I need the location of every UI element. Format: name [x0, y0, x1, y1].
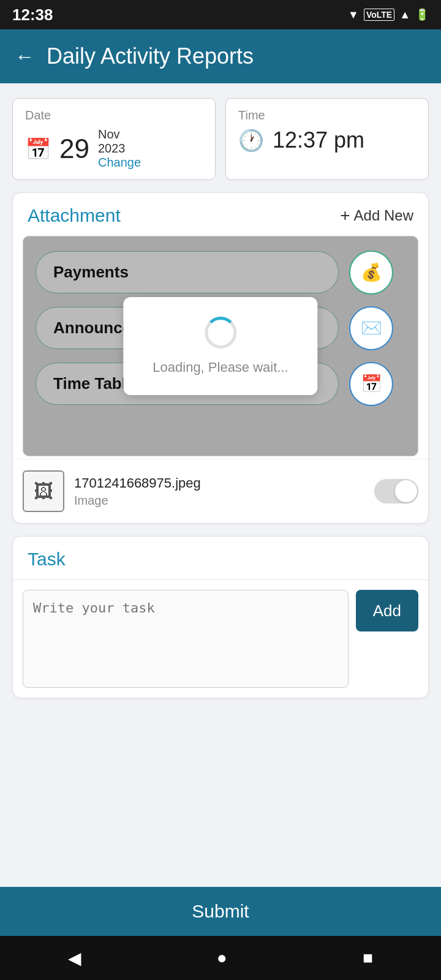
file-info: 1701241668975.jpeg Image [74, 475, 364, 508]
file-toggle-knob [395, 480, 417, 502]
submit-label: Submit [192, 901, 249, 922]
task-header: Task [13, 537, 428, 580]
submit-bar[interactable]: Submit [0, 887, 441, 936]
nav-home-button[interactable]: ● [217, 948, 227, 968]
clock-icon: 🕐 [238, 128, 264, 153]
add-new-label: Add New [354, 207, 413, 224]
back-button[interactable]: ← [15, 45, 34, 68]
file-row: 🖼 1701241668975.jpeg Image [13, 459, 428, 523]
file-toggle[interactable] [374, 479, 418, 503]
app-header: ← Daily Activity Reports [0, 29, 441, 83]
timetable-icon-circle: 📅 [349, 362, 393, 406]
date-month: Nov [98, 127, 141, 141]
date-card[interactable]: Date 📅 29 Nov 2023 Change [12, 98, 216, 180]
nav-back-button[interactable]: ◀ [68, 948, 81, 968]
date-content: 📅 29 Nov 2023 Change [25, 127, 203, 170]
status-time: 12:38 [12, 6, 53, 24]
date-day: 29 [59, 135, 89, 162]
volte-icon: VoLTE [364, 9, 394, 21]
file-thumbnail: 🖼 [23, 470, 64, 512]
signal-icon: ▲ [399, 9, 410, 21]
file-name: 1701241668975.jpeg [74, 475, 364, 491]
task-title: Task [28, 549, 66, 569]
image-icon: 🖼 [34, 480, 53, 503]
time-card: Time 🕐 12:37 pm [225, 98, 429, 180]
date-year: 2023 [98, 141, 141, 156]
attachment-section: Attachment + Add New Payments 💰 [12, 192, 429, 524]
task-section: Task Add [12, 536, 429, 698]
file-type: Image [74, 494, 364, 508]
time-label: Time [238, 108, 416, 123]
nav-bar: ◀ ● ■ [0, 936, 441, 980]
timetable-icon: 📅 [361, 374, 382, 394]
payments-icon-circle: 💰 [349, 251, 393, 295]
attachment-header: Attachment + Add New [13, 193, 428, 236]
calendar-icon: 📅 [25, 137, 51, 161]
loading-spinner [205, 317, 236, 349]
announcements-icon-circle: ✉️ [349, 306, 393, 350]
nav-recent-button[interactable]: ■ [363, 948, 373, 968]
time-content: 🕐 12:37 pm [238, 127, 416, 153]
date-sub: Nov 2023 Change [98, 127, 141, 170]
attachment-title: Attachment [28, 205, 121, 226]
status-icons: ▼ VoLTE ▲ 🔋 [348, 8, 429, 21]
payments-icon: 💰 [361, 262, 382, 282]
datetime-row: Date 📅 29 Nov 2023 Change Time 🕐 12:37 p… [12, 98, 429, 180]
task-input[interactable] [23, 590, 349, 688]
preview-item-payments: Payments [36, 251, 339, 293]
announcements-icon: ✉️ [361, 318, 382, 338]
battery-icon: 🔋 [415, 8, 429, 21]
task-add-button[interactable]: Add [356, 590, 418, 631]
time-value: 12:37 pm [273, 127, 364, 153]
main-content: Date 📅 29 Nov 2023 Change Time 🕐 12:37 p… [0, 83, 441, 887]
loading-overlay: Loading, Please wait... [123, 297, 317, 395]
loading-text: Loading, Please wait... [153, 360, 288, 375]
payments-label: Payments [53, 263, 129, 282]
page-title: Daily Activity Reports [47, 43, 254, 69]
date-label: Date [25, 108, 203, 123]
wifi-icon: ▼ [348, 9, 359, 21]
add-new-button[interactable]: + Add New [340, 206, 413, 225]
plus-icon: + [340, 206, 350, 225]
attachment-preview: Payments 💰 Announcements ✉️ [23, 236, 418, 456]
preview-row-payments: Payments 💰 [36, 251, 405, 293]
date-change-button[interactable]: Change [98, 156, 141, 170]
status-bar: 12:38 ▼ VoLTE ▲ 🔋 [0, 0, 441, 29]
task-input-row: Add [13, 580, 428, 698]
